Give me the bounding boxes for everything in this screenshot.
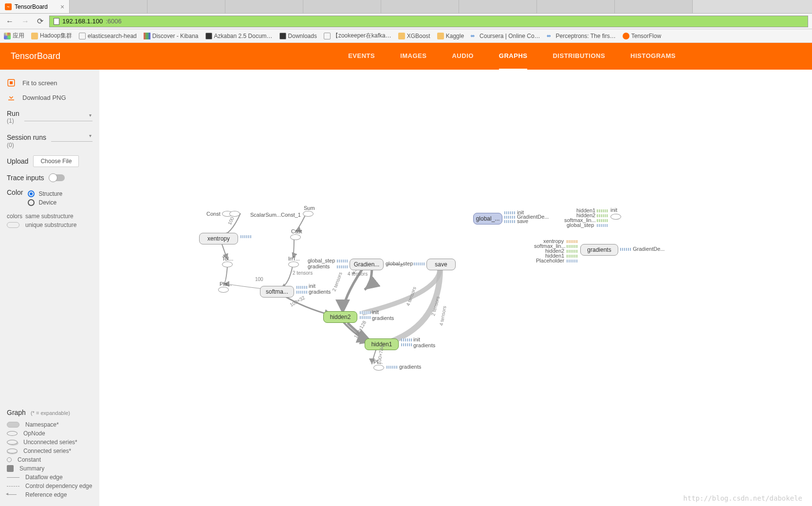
browser-tab-inactive[interactable]	[459, 0, 537, 13]
tab-graphs[interactable]: GRAPHS	[499, 43, 528, 70]
browser-tab-strip: ~ TensorBoard ×	[0, 0, 812, 14]
tab-histograms[interactable]: HISTOGRAMS	[630, 43, 676, 70]
unconnected-icon	[7, 440, 18, 445]
bookmark-label: Coursera | Online Co…	[480, 33, 540, 39]
node-save[interactable]: save	[426, 259, 456, 270]
tab-events[interactable]: EVENTS	[348, 43, 375, 70]
legend-title: Graph	[7, 409, 26, 416]
bookmark-label: TensorFlow	[631, 33, 661, 39]
bookmark-label: Hadoop集群	[40, 32, 72, 40]
bookmark-apps[interactable]: 应用	[4, 32, 24, 40]
browser-tab-inactive[interactable]	[381, 0, 459, 13]
radio-unchecked-icon	[28, 199, 35, 206]
browser-tab-active[interactable]: ~ TensorBoard ×	[0, 0, 70, 13]
node-hidden2[interactable]: hidden2	[323, 311, 357, 323]
node-xentropy[interactable]: xentropy	[199, 233, 238, 244]
bookmark-item[interactable]: XGBoost	[398, 33, 430, 39]
stripe-icon	[567, 240, 577, 243]
color-device-radio[interactable]: Device	[28, 199, 62, 206]
graph-canvas[interactable]: Const ScalarSum...Const_1 Sum Cast xentr…	[99, 70, 812, 506]
stripe-icon	[567, 255, 577, 258]
stripe-icon	[567, 245, 577, 248]
node-global[interactable]: global_...	[473, 213, 502, 225]
bookmark-item[interactable]: ∞Coursera | Online Co…	[471, 33, 540, 39]
download-label: Download PNG	[22, 94, 66, 101]
cast-op[interactable]	[290, 234, 301, 240]
pl-bottom-label: Pl...	[373, 359, 383, 365]
dataflow-edge-icon	[7, 477, 19, 478]
bookmark-label: elasticsearch-head	[88, 33, 137, 39]
session-select[interactable]	[51, 133, 92, 142]
color-structure-radio[interactable]: Structure	[28, 190, 62, 197]
nav-forward-icon[interactable]: →	[19, 16, 31, 27]
choose-file-button[interactable]: Choose File	[33, 155, 79, 167]
bookmark-label: XGBoost	[407, 33, 430, 39]
node-gradien[interactable]: Gradien...	[350, 259, 384, 270]
bookmark-item[interactable]: ∞Perceptrons: The firs…	[547, 33, 616, 39]
stripe-icon	[240, 235, 251, 238]
tensors4-label: 4 tensors	[348, 271, 368, 277]
bookmark-item[interactable]: TensorFlow	[623, 33, 661, 39]
bookmark-label: 【zookeeper在kafka…	[332, 32, 391, 40]
tab-close-icon[interactable]: ×	[60, 3, 64, 11]
color-label: Color	[7, 188, 23, 196]
tab-distributions[interactable]: DISTRIBUTIONS	[553, 43, 605, 70]
globalstep-r: global_step	[567, 222, 594, 228]
nav-back-icon[interactable]: ←	[4, 16, 16, 27]
stripe-icon	[597, 214, 608, 217]
init-r2: init	[610, 207, 617, 213]
int-op[interactable]	[288, 262, 299, 267]
app-header: TensorBoard EVENTS IMAGES AUDIO GRAPHS D…	[0, 43, 812, 70]
tab-audio[interactable]: AUDIO	[452, 43, 473, 70]
bookmark-item[interactable]: Kaggle	[437, 33, 464, 39]
pill-icon	[7, 222, 19, 228]
node-gradients-box[interactable]: gradients	[580, 244, 618, 256]
sum-op[interactable]	[303, 211, 314, 217]
bookmark-item[interactable]: 【zookeeper在kafka…	[324, 32, 391, 40]
url-bar: ← → ⟳ 192.168.1.100:6006	[0, 14, 812, 29]
url-input[interactable]: 192.168.1.100:6006	[49, 16, 808, 27]
bookmark-label: Perceptrons: The firs…	[556, 33, 616, 39]
bookmark-item[interactable]: Azkaban 2.5 Docum…	[205, 33, 273, 39]
stripe-icon	[504, 211, 515, 214]
fit-to-screen-button[interactable]: Fit to screen	[7, 75, 92, 90]
browser-tab-inactive[interactable]	[615, 0, 693, 13]
run-select[interactable]	[24, 112, 92, 121]
legend-unique: unique substructure	[25, 222, 76, 228]
bookmark-label: Downloads	[288, 33, 317, 39]
gradients-label2: gradients	[308, 263, 330, 269]
browser-tab-inactive[interactable]	[70, 0, 148, 13]
trace-inputs-toggle[interactable]	[49, 174, 65, 181]
bookmark-item[interactable]: Hadoop集群	[31, 32, 72, 40]
app-tabs: EVENTS IMAGES AUDIO GRAPHS DISTRIBUTIONS…	[348, 43, 676, 70]
gradients-label3: gradients	[309, 289, 331, 295]
browser-tab-inactive[interactable]	[148, 0, 225, 13]
node-softmax[interactable]: softma...	[260, 286, 294, 298]
page-icon	[279, 33, 286, 39]
folder-icon	[398, 33, 405, 39]
bookmark-item[interactable]: Discover - Kibana	[144, 33, 199, 39]
stripe-icon	[567, 250, 577, 253]
browser-tab-inactive[interactable]	[303, 0, 381, 13]
radio-label: Structure	[38, 190, 62, 197]
tol-op[interactable]	[222, 262, 233, 267]
pla-op[interactable]	[218, 287, 229, 293]
browser-tab-inactive[interactable]	[537, 0, 615, 13]
url-port: :6006	[106, 18, 122, 25]
page-icon	[205, 33, 212, 39]
bookmark-item[interactable]: elasticsearch-head	[79, 33, 137, 39]
init-op-r[interactable]	[610, 214, 621, 220]
radio-label: Device	[38, 199, 56, 206]
browser-tab-inactive[interactable]	[225, 0, 303, 13]
nav-reload-icon[interactable]: ⟳	[35, 16, 45, 27]
tensors2-label: 2 tensors	[293, 270, 313, 276]
download-png-button[interactable]: Download PNG	[7, 90, 92, 105]
scalarsum-label: ScalarSum...Const_1	[250, 212, 301, 218]
bookmark-label: Discover - Kibana	[152, 33, 199, 39]
sum-label: Sum	[304, 205, 315, 211]
pl-bottom-op[interactable]	[373, 365, 384, 371]
tab-images[interactable]: IMAGES	[400, 43, 426, 70]
bookmark-item[interactable]: Downloads	[279, 33, 317, 39]
page-icon	[54, 18, 59, 25]
legend-item: Constant	[18, 456, 41, 463]
